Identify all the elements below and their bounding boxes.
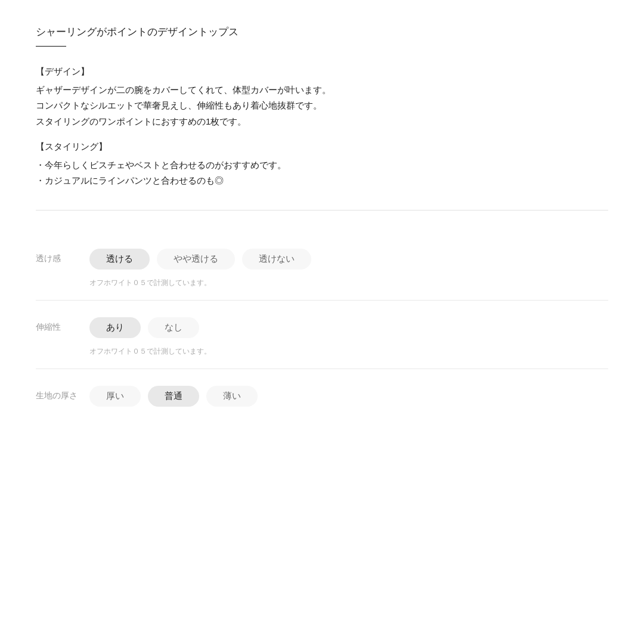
design-line-1: ギャザーデザインが二の腕をカバーしてくれて、体型カバーが叶います。 — [36, 85, 331, 95]
thickness-options-row: 厚い 普通 薄い — [89, 386, 258, 407]
styling-header: 【スタイリング】 — [36, 141, 608, 153]
transparency-options: 透ける やや透ける 透けない オフホワイト０５で計測しています。 — [89, 249, 311, 288]
thickness-option-0[interactable]: 厚い — [89, 386, 141, 407]
transparency-options-row: 透ける やや透ける 透けない — [89, 249, 311, 270]
thickness-options: 厚い 普通 薄い — [89, 386, 258, 407]
transparency-note: オフホワイト０５で計測しています。 — [89, 278, 311, 288]
stretch-note: オフホワイト０５で計測しています。 — [89, 346, 211, 357]
design-body: ギャザーデザインが二の腕をカバーしてくれて、体型カバーが叶います。 コンパクトな… — [36, 82, 608, 129]
design-line-2: コンパクトなシルエットで華奢見えし、伸縮性もあり着心地抜群です。 — [36, 100, 322, 110]
transparency-row: 透け感 透ける やや透ける 透けない オフホワイト０５で計測しています。 — [36, 232, 608, 300]
styling-section: 【スタイリング】 ・今年らしくビスチェやベストと合わせるのがおすすめです。 ・カ… — [36, 141, 608, 189]
stretch-option-1[interactable]: なし — [148, 317, 199, 338]
title-section: シャーリングがポイントのデザイントップス ——— — [36, 24, 608, 52]
title-separator: ——— — [36, 40, 608, 52]
stretch-label: 伸縮性 — [36, 317, 89, 333]
stretch-options: あり なし オフホワイト０５で計測しています。 — [89, 317, 211, 357]
design-header: 【デザイン】 — [36, 66, 608, 78]
transparency-option-0[interactable]: 透ける — [89, 249, 150, 270]
styling-item-2: ・カジュアルにラインパンツと合わせるのも◎ — [36, 173, 608, 188]
design-line-3: スタイリングのワンポイントにおすすめの1枚です。 — [36, 116, 246, 126]
thickness-row: 生地の厚さ 厚い 普通 薄い — [36, 369, 608, 419]
product-title: シャーリングがポイントのデザイントップス — [36, 24, 608, 40]
transparency-label: 透け感 — [36, 249, 89, 264]
thickness-option-2[interactable]: 薄い — [206, 386, 258, 407]
main-divider — [36, 210, 608, 210]
transparency-option-2[interactable]: 透けない — [242, 249, 311, 270]
stretch-row: 伸縮性 あり なし オフホワイト０５で計測しています。 — [36, 301, 608, 369]
attributes-container: 透け感 透ける やや透ける 透けない オフホワイト０５で計測しています。 伸縮性… — [36, 232, 608, 419]
transparency-option-1[interactable]: やや透ける — [157, 249, 235, 270]
styling-item-1: ・今年らしくビスチェやベストと合わせるのがおすすめです。 — [36, 157, 608, 173]
stretch-option-0[interactable]: あり — [89, 317, 141, 338]
page-container: シャーリングがポイントのデザイントップス ——— 【デザイン】 ギャザーデザイン… — [0, 0, 644, 454]
design-section: 【デザイン】 ギャザーデザインが二の腕をカバーしてくれて、体型カバーが叶います。… — [36, 66, 608, 129]
stretch-options-row: あり なし — [89, 317, 211, 338]
thickness-option-1[interactable]: 普通 — [148, 386, 199, 407]
thickness-label: 生地の厚さ — [36, 386, 89, 401]
